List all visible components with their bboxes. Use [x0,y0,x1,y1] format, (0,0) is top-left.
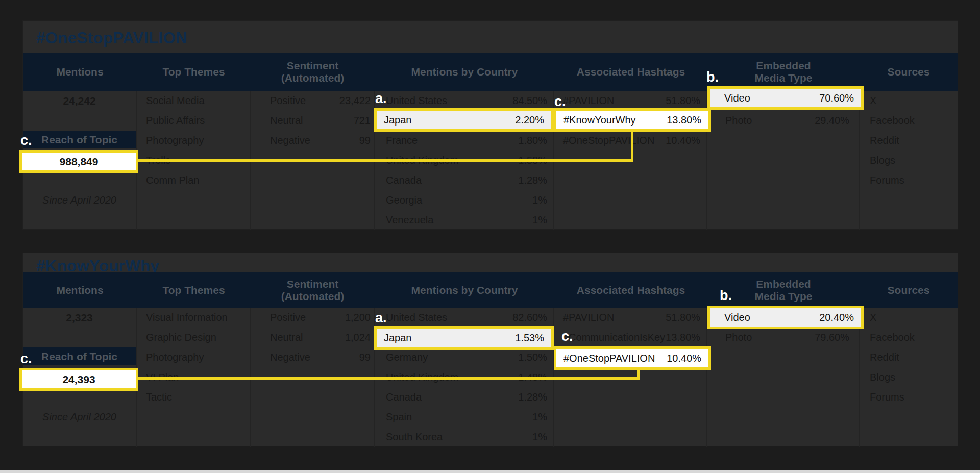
cell-label: #OneStopPAVILION [563,135,654,146]
cell-value: 10.40% [667,353,701,364]
cell-value: 99 [359,352,371,363]
cell-label: #CommunicationIsKey [563,332,665,343]
highlight-box-hashtag: #KnowYourWhy13.80% [554,108,711,132]
theme-item: Graphic Design [137,328,250,347]
empty-cell [251,427,374,447]
cell-value: 51.80% [666,95,700,107]
country-row: Germany1.50% [375,347,553,367]
cell-value: 1% [532,431,547,443]
mentions-total: 2,323 [23,308,136,328]
country-row: Canada1.28% [375,387,553,407]
reach-of-topic-band: Reach of Topic [23,131,136,151]
since-note: Since April 2020 [23,190,136,210]
highlight-box-media-video: Video70.60% [707,86,864,110]
annotation-label-c-reach: c. [20,133,32,148]
cell-value: 79.60% [815,332,849,343]
cell-label: #KnowYourWhy [564,114,636,126]
sentiment-row: Neutral1,024 [251,328,374,347]
topic-table-knowyourwhy: #KnowYourWhy Mentions Top Themes Sentime… [22,253,958,446]
media-row: Photo29.40% [707,111,859,131]
hashtag-row: #OneStopPAVILION10.40% [554,131,706,151]
annotation-label-a: a. [375,310,387,326]
hashtag-row: #CommunicationIsKey13.80% [554,328,706,347]
cell-value: 1.80% [518,135,547,146]
annotation-label-a: a. [375,91,387,107]
header-sources: Sources [860,53,958,91]
annotation-label-b: b. [720,288,732,304]
cell-label: Neutral [270,115,303,127]
empty-cell [707,151,859,170]
table-title: #OneStopPAVILION [36,29,187,47]
sentiment-row: Positive23,422 [251,91,374,111]
source-item: Forums [860,170,958,190]
cell-value: 1% [532,194,547,206]
empty-cell [251,190,374,210]
annotation-label-c-reach: c. [20,351,32,367]
sentiment-row: Neutral721 [251,111,374,131]
empty-cell [860,210,958,230]
annotation-label-b: b. [706,69,719,85]
cell-value: 1% [532,214,547,226]
cell-value: 70.60% [819,92,854,104]
header-mentions: Mentions [23,272,137,308]
highlight-box-country-japan: Japan2.20% [374,108,554,132]
empty-cell [23,111,136,131]
empty-cell [554,190,706,210]
cell-value: 1.50% [518,352,547,363]
empty-cell [707,347,859,367]
theme-item: Tactic [137,387,250,407]
header-sentiment: Sentiment (Automated) [251,53,375,91]
cell-label: Negative [270,352,310,363]
country-row: Venezuela1% [375,210,553,230]
header-top-themes: Top Themes [137,272,251,308]
cell-value: 1,024 [345,332,371,343]
cell-value: 51.80% [666,312,700,323]
country-row: South Korea1% [375,427,553,447]
header-mentions: Mentions [23,53,137,91]
connector-line-horizontal [137,377,640,380]
empty-cell [707,367,859,387]
source-item: X [860,308,958,328]
cell-label: Photo [725,332,752,343]
cell-label: Japan [384,332,412,344]
country-row: Spain1% [375,407,553,427]
page-bottom-strip [0,470,980,473]
theme-item: Photography [137,131,250,151]
sentiment-row: Negative99 [251,347,374,367]
cell-value: 99 [359,135,371,146]
cell-value: 29.40% [815,115,849,127]
cell-value: 2.20% [515,114,544,126]
cell-label: United States [386,95,447,107]
empty-cell [554,170,706,190]
cell-label: #OneStopPAVILION [564,353,655,364]
annotation-label-c-hashtags: c. [561,329,573,344]
cell-label: United States [386,312,447,323]
theme-item: Visual Information [137,308,250,328]
cell-label: Positive [270,312,306,323]
connector-line-vertical [631,131,633,162]
cell-value: 84.50% [512,95,547,107]
cell-label: Positive [270,95,306,107]
table-header-row: Mentions Top Themes Sentiment (Automated… [23,53,958,91]
reach-of-topic-band: Reach of Topic [23,347,136,367]
cell-label: #PAVILION [563,312,614,323]
header-associated-hashtags: Associated Hashtags [554,272,707,308]
empty-cell [860,427,958,447]
cell-value: 1,200 [345,312,371,323]
header-mentions-by-country: Mentions by Country [375,53,554,91]
empty-cell [23,427,136,447]
empty-cell [554,427,706,447]
header-sources: Sources [860,272,958,308]
empty-cell [23,210,136,230]
empty-cell [707,427,859,447]
cell-value: 20.40% [819,312,854,323]
theme-item: Photography [137,347,250,367]
source-item: Reddit [860,347,958,367]
table-header-row: Mentions Top Themes Sentiment (Automated… [23,272,958,308]
cell-label: Spain [386,411,412,423]
empty-cell [554,407,706,427]
column-sources: X Facebook Reddit Blogs Forums [860,91,958,230]
empty-cell [137,407,250,427]
empty-cell [707,387,859,407]
hashtag-row: #PAVILION51.80% [554,308,706,328]
